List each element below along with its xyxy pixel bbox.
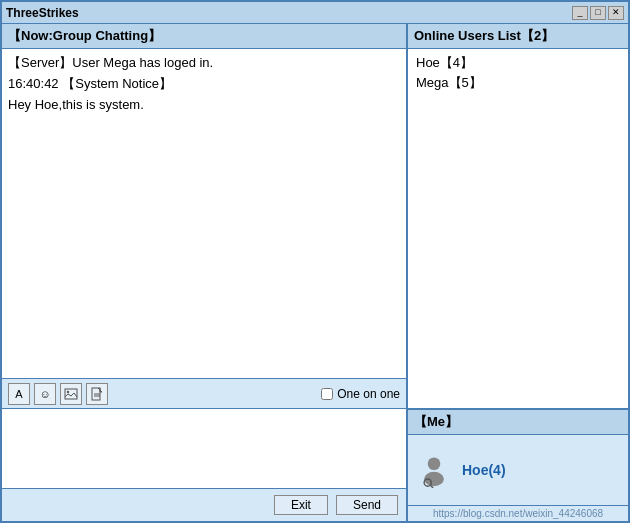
chat-messages: 【Server】User Mega has loged in. 16:40:42…	[2, 49, 406, 379]
online-users-header: Online Users List【2】	[408, 24, 628, 49]
avatar	[416, 452, 452, 488]
one-on-one-checkbox[interactable]	[321, 388, 333, 400]
toolbar-left: A ☺	[8, 383, 108, 405]
close-button[interactable]: ✕	[608, 6, 624, 20]
title-bar: ThreeStrikes _ □ ✕	[2, 2, 628, 24]
svg-point-1	[67, 390, 69, 392]
exit-button[interactable]: Exit	[274, 495, 328, 515]
avatar-icon	[416, 452, 452, 488]
me-content: Hoe(4)	[408, 435, 628, 505]
image-icon	[64, 387, 78, 401]
watermark: https://blog.csdn.net/weixin_44246068	[408, 505, 628, 521]
toolbar: A ☺	[2, 379, 406, 409]
file-icon	[90, 387, 104, 401]
me-header: 【Me】	[408, 410, 628, 435]
message-input[interactable]	[2, 409, 406, 489]
title-bar-left: ThreeStrikes	[6, 6, 79, 20]
online-user-hoe[interactable]: Hoe【4】	[416, 53, 620, 73]
me-name: Hoe(4)	[462, 462, 506, 478]
minimize-button[interactable]: _	[572, 6, 588, 20]
svg-point-5	[428, 457, 441, 470]
left-panel: 【Now:Group Chatting】 【Server】User Mega h…	[2, 24, 408, 521]
title-bar-controls: _ □ ✕	[572, 6, 624, 20]
image-button[interactable]	[60, 383, 82, 405]
me-section: 【Me】 Hoe(4)	[408, 409, 628, 505]
bottom-bar: Exit Send	[2, 489, 406, 521]
main-area: 【Now:Group Chatting】 【Server】User Mega h…	[2, 24, 628, 521]
right-panel: Online Users List【2】 Hoe【4】 Mega【5】 【Me】	[408, 24, 628, 521]
send-button[interactable]: Send	[336, 495, 398, 515]
maximize-button[interactable]: □	[590, 6, 606, 20]
message-2: 16:40:42 【System Notice】	[8, 74, 400, 95]
online-users-list: Hoe【4】 Mega【5】	[408, 49, 628, 409]
one-on-one-label: One on one	[337, 387, 400, 401]
message-1: 【Server】User Mega has loged in.	[8, 53, 400, 74]
window-title: ThreeStrikes	[6, 6, 79, 20]
message-3: Hey Hoe,this is system.	[8, 95, 400, 116]
emoji-button[interactable]: ☺	[34, 383, 56, 405]
online-user-mega[interactable]: Mega【5】	[416, 73, 620, 93]
chat-header: 【Now:Group Chatting】	[2, 24, 406, 49]
file-button[interactable]	[86, 383, 108, 405]
main-window: ThreeStrikes _ □ ✕ 【Now:Group Chatting】 …	[0, 0, 630, 523]
one-on-one-container: One on one	[321, 387, 400, 401]
font-button[interactable]: A	[8, 383, 30, 405]
